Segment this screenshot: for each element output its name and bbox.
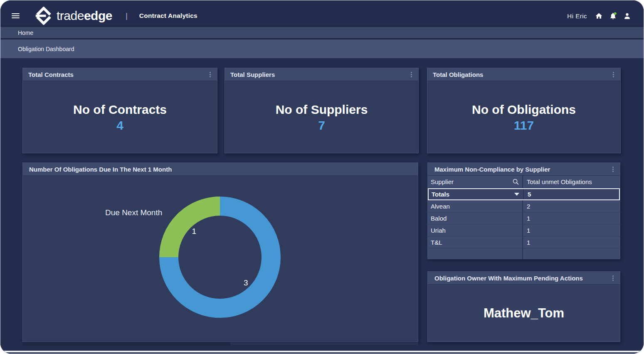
totals-cell: Totals — [429, 189, 524, 199]
card-title: Maximum Non-Compliance by Supplier — [434, 166, 550, 173]
totals-value: 5 — [528, 191, 531, 198]
column-label: Total unmet Obligations — [527, 178, 592, 185]
supplier-cell: T&L — [428, 236, 523, 248]
donut-slice-label: 1 — [192, 227, 196, 236]
page-horizontal-scrollbar[interactable] — [3, 351, 641, 352]
card-title: Total Suppliers — [230, 71, 275, 78]
breadcrumb-page-bar: Obligation Dashboard — [0, 38, 644, 58]
kebab-menu-icon[interactable] — [409, 71, 414, 79]
value-cell: 1 — [523, 236, 620, 248]
scrollbar-thumb[interactable] — [22, 342, 230, 345]
total-contracts-card: Total Contracts No of Contracts 4 — [22, 68, 217, 153]
unmet-count: 1 — [527, 239, 530, 246]
total-obligations-card: Total Obligations No of Obligations 117 — [427, 68, 621, 153]
user-greeting: Hi Eric — [567, 12, 587, 20]
table-row[interactable]: T&L 1 — [428, 236, 620, 248]
breadcrumb-home[interactable]: Home — [18, 30, 33, 36]
notification-dot — [614, 12, 616, 15]
unmet-count: 1 — [527, 215, 530, 222]
value-cell — [523, 248, 620, 259]
donut-chart: 13 — [158, 195, 282, 320]
kpi-label: No of Suppliers — [276, 103, 368, 117]
bell-icon[interactable] — [609, 12, 617, 20]
supplier-cell: Uriah — [428, 224, 523, 236]
table-row[interactable]: Alvean 2 — [428, 200, 620, 212]
card-title: Total Obligations — [433, 71, 483, 78]
owner-name: Mathew_Tom — [484, 306, 564, 321]
totals-label: Totals — [432, 191, 449, 198]
card-header: Number Of Obligations Due In The Next 1 … — [23, 163, 418, 176]
breadcrumb-home-bar: Home — [0, 26, 644, 38]
unmet-count: 1 — [527, 227, 530, 234]
kebab-menu-icon[interactable] — [610, 165, 616, 173]
table-row[interactable]: Balod 1 — [428, 212, 620, 224]
column-header-total-unmet[interactable]: Total unmet Obligations — [523, 176, 620, 188]
kebab-menu-icon[interactable] — [611, 71, 616, 79]
navbar-separator: | — [126, 11, 128, 20]
table-row[interactable]: Uriah 1 — [428, 224, 620, 236]
non-compliance-card: Maximum Non-Compliance by Supplier Suppl… — [427, 162, 620, 259]
obligations-due-card: Number Of Obligations Due In The Next 1 … — [22, 162, 418, 342]
app-title: Contract Analytics — [139, 12, 197, 20]
supplier-cell: Balod — [428, 212, 523, 224]
kpi-label: No of Obligations — [472, 103, 576, 117]
chart-horizontal-scrollbar[interactable] — [22, 342, 418, 345]
kebab-menu-icon[interactable] — [207, 71, 213, 79]
card-title: Total Contracts — [28, 71, 74, 78]
dashboard-content: Total Contracts No of Contracts 4 Total … — [0, 58, 644, 354]
table-empty-row — [428, 248, 620, 259]
obligation-owner-card: Obligation Owner With Maximum Pending Ac… — [427, 271, 620, 342]
search-icon[interactable] — [512, 178, 519, 185]
kpi-value: 7 — [318, 118, 325, 133]
kpi-value: 117 — [514, 118, 534, 133]
menu-icon[interactable] — [12, 13, 20, 18]
card-title: Obligation Owner With Maximum Pending Ac… — [434, 275, 583, 282]
app-window: tradeedge | Contract Analytics Hi Eric H… — [0, 0, 644, 354]
brand-logo[interactable]: tradeedge — [35, 7, 112, 25]
value-cell: 1 — [523, 212, 620, 224]
column-label: Supplier — [431, 178, 454, 185]
total-suppliers-card: Total Suppliers No of Suppliers 7 — [225, 68, 419, 153]
kebab-menu-icon[interactable] — [610, 274, 616, 282]
donut-slice-label: 3 — [244, 278, 248, 287]
value-cell: 2 — [523, 200, 620, 212]
card-body: No of Suppliers 7 — [225, 79, 418, 150]
supplier-name: T&L — [431, 239, 442, 246]
supplier-cell: Alvean — [428, 200, 523, 212]
card-title: Number Of Obligations Due In The Next 1 … — [29, 166, 172, 173]
supplier-name: Alvean — [431, 203, 450, 210]
card-body: Mathew_Tom — [428, 285, 620, 342]
column-header-supplier[interactable]: Supplier — [428, 176, 523, 188]
totals-value-cell: 5 — [524, 189, 619, 199]
card-header: Maximum Non-Compliance by Supplier — [428, 163, 620, 176]
series-label: Due Next Month — [105, 208, 162, 217]
chevron-down-icon[interactable] — [514, 193, 519, 196]
value-cell: 1 — [523, 224, 620, 236]
kpi-value: 4 — [116, 118, 123, 133]
top-navbar: tradeedge | Contract Analytics Hi Eric — [0, 0, 644, 26]
home-icon[interactable] — [595, 12, 603, 20]
navbar-right: Hi Eric — [567, 12, 631, 20]
table-totals-row[interactable]: Totals 5 — [428, 188, 620, 200]
page-title: Obligation Dashboard — [18, 46, 74, 52]
supplier-name: Balod — [431, 215, 447, 222]
card-body: No of Obligations 117 — [427, 79, 620, 150]
unmet-count: 2 — [527, 203, 530, 210]
supplier-cell — [428, 248, 523, 259]
table-header-row: Supplier Total unmet Obligations — [428, 176, 620, 188]
tradeedge-logo-icon — [35, 7, 53, 25]
kpi-label: No of Contracts — [73, 103, 167, 117]
card-body: No of Contracts 4 — [23, 79, 217, 150]
donut-chart-area: Due Next Month 13 — [23, 176, 418, 342]
supplier-name: Uriah — [431, 227, 446, 234]
card-header: Obligation Owner With Maximum Pending Ac… — [428, 272, 620, 285]
brand-name: tradeedge — [57, 9, 112, 23]
user-icon[interactable] — [623, 12, 631, 20]
